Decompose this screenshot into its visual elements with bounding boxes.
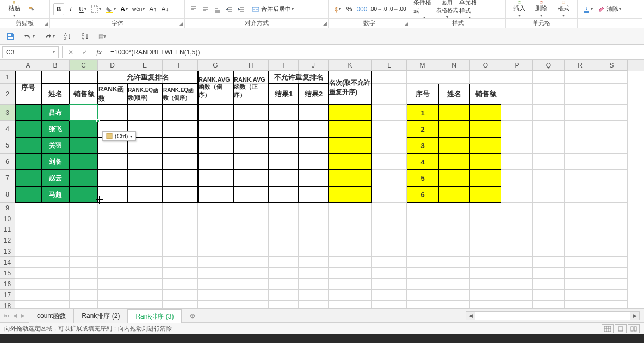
cell[interactable]	[438, 279, 470, 290]
cell[interactable]	[163, 121, 198, 137]
cell[interactable]	[269, 213, 299, 224]
cell[interactable]	[70, 186, 98, 203]
cell[interactable]	[299, 105, 329, 121]
cell[interactable]	[407, 301, 438, 308]
column-header[interactable]: R	[565, 60, 596, 71]
cell[interactable]	[299, 246, 329, 257]
currency-button[interactable]: ₵▾	[332, 3, 343, 15]
cell[interactable]	[533, 290, 565, 301]
cell[interactable]	[70, 301, 98, 308]
cell[interactable]	[533, 213, 565, 224]
cell[interactable]	[533, 301, 565, 308]
save-button[interactable]	[4, 30, 16, 42]
cell[interactable]	[501, 170, 533, 186]
column-header[interactable]: S	[596, 60, 628, 71]
column-header[interactable]: B	[41, 60, 70, 71]
cell[interactable]	[41, 257, 70, 268]
cell[interactable]	[372, 137, 407, 154]
cell[interactable]	[163, 170, 198, 186]
cell[interactable]	[233, 170, 269, 186]
cell[interactable]	[233, 301, 269, 308]
cell[interactable]	[15, 235, 41, 246]
cell[interactable]	[596, 186, 628, 203]
cell[interactable]	[533, 121, 565, 137]
cell[interactable]	[98, 268, 127, 279]
cell[interactable]	[127, 203, 163, 213]
row-header[interactable]: 14	[0, 257, 15, 268]
page-layout-view-button[interactable]	[615, 324, 627, 333]
cell[interactable]: 结果2	[299, 84, 329, 105]
row-header[interactable]: 2	[0, 84, 15, 105]
cell[interactable]	[269, 246, 299, 257]
row-header[interactable]: 5	[0, 137, 15, 154]
cell[interactable]	[407, 213, 438, 224]
cell[interactable]	[501, 279, 533, 290]
cell[interactable]: 结果1	[269, 84, 299, 105]
cell[interactable]	[127, 246, 163, 257]
cell[interactable]	[372, 213, 407, 224]
normal-view-button[interactable]	[602, 324, 614, 333]
cell[interactable]	[565, 268, 596, 279]
cell[interactable]	[470, 154, 501, 170]
cell[interactable]	[407, 71, 438, 84]
fill-button[interactable]: ▾	[581, 3, 595, 15]
cell[interactable]	[127, 186, 163, 203]
cell[interactable]	[15, 137, 41, 154]
row-header[interactable]: 17	[0, 290, 15, 301]
cell[interactable]	[15, 224, 41, 235]
cell[interactable]	[127, 279, 163, 290]
row-header[interactable]: 6	[0, 154, 15, 170]
cell[interactable]	[98, 213, 127, 224]
cell[interactable]	[565, 246, 596, 257]
cell[interactable]: RANK.EQ函数（倒序）	[163, 84, 198, 105]
cell[interactable]: 3000	[70, 105, 98, 121]
cell[interactable]	[98, 257, 127, 268]
cell[interactable]	[596, 170, 628, 186]
cell[interactable]	[372, 246, 407, 257]
cell[interactable]	[596, 84, 628, 105]
cell[interactable]	[596, 121, 628, 137]
cell[interactable]	[565, 213, 596, 224]
cell[interactable]	[565, 279, 596, 290]
cell[interactable]	[41, 246, 70, 257]
cell[interactable]	[198, 170, 233, 186]
tab-nav-first[interactable]: ⏮	[4, 313, 10, 318]
cell[interactable]	[198, 137, 233, 154]
page-break-view-button[interactable]	[628, 324, 640, 333]
cell[interactable]	[15, 257, 41, 268]
cell[interactable]	[41, 279, 70, 290]
cell[interactable]	[198, 154, 233, 170]
cell[interactable]	[15, 154, 41, 170]
cell[interactable]	[438, 224, 470, 235]
cell[interactable]	[41, 203, 70, 213]
cell[interactable]	[15, 301, 41, 308]
align-top-button[interactable]	[188, 3, 199, 15]
cell[interactable]	[98, 246, 127, 257]
cell[interactable]	[565, 71, 596, 84]
cell[interactable]	[299, 121, 329, 137]
cell[interactable]	[70, 246, 98, 257]
cell[interactable]	[329, 268, 372, 279]
cell[interactable]: 赵云	[41, 170, 70, 186]
cell[interactable]	[198, 105, 233, 121]
cell[interactable]	[299, 268, 329, 279]
sheet-tab-rank3[interactable]: Rank排序 (3)	[127, 309, 182, 323]
row-header[interactable]: 4	[0, 121, 15, 137]
cell[interactable]	[127, 301, 163, 308]
cell[interactable]	[407, 279, 438, 290]
cell[interactable]	[438, 257, 470, 268]
cell[interactable]	[163, 186, 198, 203]
cell[interactable]	[438, 290, 470, 301]
cell[interactable]	[533, 279, 565, 290]
cell[interactable]	[596, 268, 628, 279]
cell[interactable]	[70, 213, 98, 224]
column-header[interactable]: I	[269, 60, 299, 71]
column-header[interactable]: O	[470, 60, 501, 71]
comma-button[interactable]: 000	[356, 3, 368, 15]
cell[interactable]: 吕布	[41, 105, 70, 121]
cell[interactable]	[407, 268, 438, 279]
cell[interactable]	[329, 257, 372, 268]
cell[interactable]	[501, 137, 533, 154]
cell[interactable]	[438, 186, 470, 203]
cell[interactable]	[269, 224, 299, 235]
